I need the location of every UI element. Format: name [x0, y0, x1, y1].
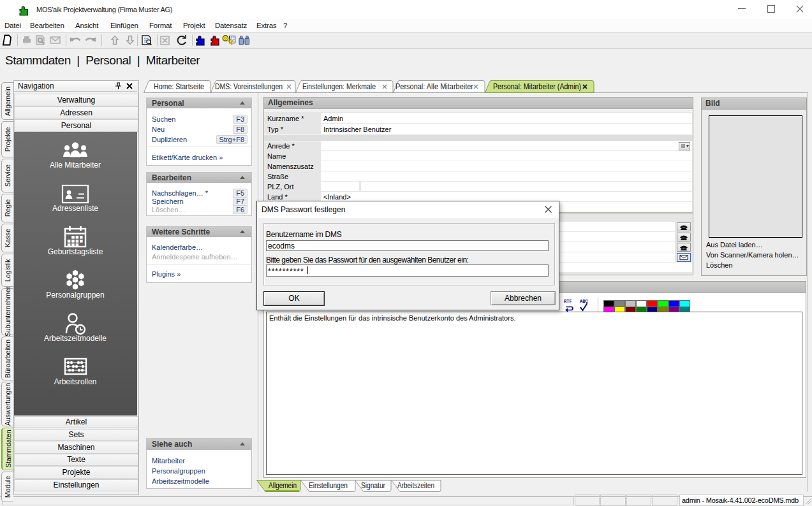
svg-text:Arbeitszeiten: Arbeitszeiten — [397, 481, 434, 490]
svg-text:Signatur: Signatur — [361, 481, 385, 490]
svg-text:RTF: RTF — [564, 299, 572, 304]
svg-text:Home: Startseite: Home: Startseite — [154, 82, 204, 91]
svg-text:Personal: Mitarbeiter (Admin): Personal: Mitarbeiter (Admin) — [493, 82, 581, 91]
svg-text:DMS: Voreinstellungen: DMS: Voreinstellungen — [215, 82, 283, 91]
svg-text:Personal: Alle Mitarbeiter: Personal: Alle Mitarbeiter — [395, 82, 473, 91]
svg-text:Einstellungen: Merkmale: Einstellungen: Merkmale — [302, 82, 376, 91]
svg-text:Allgemein: Allgemein — [269, 481, 297, 490]
svg-text:Einstellungen: Einstellungen — [309, 481, 348, 490]
